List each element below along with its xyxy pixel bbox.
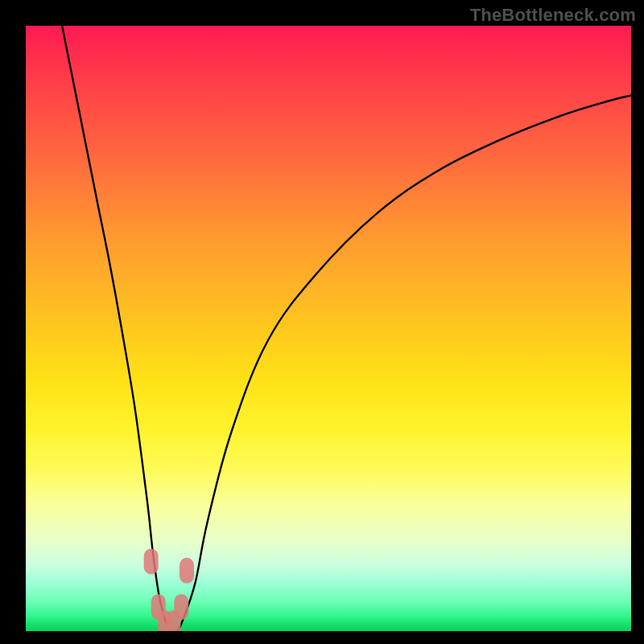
watermark-text: TheBottleneck.com [470, 5, 636, 26]
plot-area [26, 26, 631, 631]
bottleneck-curve [62, 26, 631, 631]
marker-point [144, 549, 159, 575]
chart-frame: TheBottleneck.com [0, 0, 644, 644]
curve-layer [26, 26, 631, 631]
curve-markers [144, 549, 194, 632]
marker-point [174, 594, 188, 620]
marker-point [180, 558, 194, 584]
